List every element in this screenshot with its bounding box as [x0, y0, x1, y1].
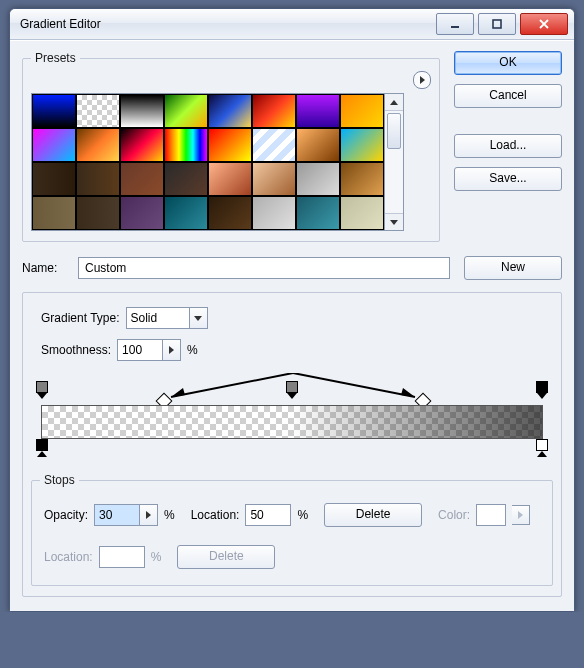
location2-input	[99, 546, 145, 568]
new-button[interactable]: New	[464, 256, 562, 280]
smoothness-stepper-button[interactable]	[163, 339, 181, 361]
preset-swatch[interactable]	[120, 128, 164, 162]
preset-swatch[interactable]	[252, 94, 296, 128]
scroll-thumb[interactable]	[387, 113, 401, 149]
color-stepper-button	[512, 505, 530, 525]
location2-unit: %	[151, 550, 162, 564]
presets-scrollbar[interactable]	[385, 93, 404, 231]
preset-swatch[interactable]	[340, 162, 384, 196]
gradient-type-dropdown-button[interactable]	[190, 307, 208, 329]
presets-flyout-button[interactable]	[413, 71, 431, 89]
svg-rect-0	[451, 26, 459, 28]
preset-swatch[interactable]	[32, 128, 76, 162]
scroll-down-button[interactable]	[385, 213, 403, 230]
preset-swatch[interactable]	[208, 94, 252, 128]
preset-swatch[interactable]	[340, 94, 384, 128]
preset-swatch[interactable]	[76, 94, 120, 128]
preset-swatch[interactable]	[76, 128, 120, 162]
opacity-stop-right[interactable]	[535, 381, 549, 403]
location2-label: Location:	[44, 550, 93, 564]
preset-swatch[interactable]	[208, 162, 252, 196]
preset-swatch[interactable]	[340, 128, 384, 162]
preset-swatch[interactable]	[164, 196, 208, 230]
color-stop-left[interactable]	[35, 439, 49, 461]
preset-swatch[interactable]	[252, 128, 296, 162]
name-input[interactable]	[78, 257, 450, 279]
maximize-button[interactable]	[478, 13, 516, 35]
save-button[interactable]: Save...	[454, 167, 562, 191]
preset-swatch[interactable]	[120, 94, 164, 128]
preset-swatch-grid	[31, 93, 385, 231]
close-button[interactable]	[520, 13, 568, 35]
delete-opacity-stop-button[interactable]: Delete	[324, 503, 422, 527]
gradient-bar[interactable]	[41, 405, 543, 439]
preset-swatch[interactable]	[76, 196, 120, 230]
color-well	[476, 504, 506, 526]
presets-fieldset: Presets	[22, 51, 440, 242]
preset-swatch[interactable]	[208, 196, 252, 230]
preset-swatch[interactable]	[296, 162, 340, 196]
opacity-input[interactable]	[94, 504, 140, 526]
scroll-up-button[interactable]	[385, 94, 403, 111]
preset-swatch[interactable]	[164, 94, 208, 128]
gradient-ramp-area	[33, 379, 551, 469]
window-title: Gradient Editor	[20, 17, 101, 31]
preset-swatch[interactable]	[252, 162, 296, 196]
delete-color-stop-button: Delete	[177, 545, 275, 569]
preset-swatch[interactable]	[32, 162, 76, 196]
color-label: Color:	[438, 508, 470, 522]
smoothness-input[interactable]	[117, 339, 163, 361]
smoothness-label: Smoothness:	[41, 343, 111, 357]
preset-swatch[interactable]	[208, 128, 252, 162]
preset-swatch[interactable]	[296, 196, 340, 230]
stops-legend: Stops	[40, 473, 79, 487]
preset-swatch[interactable]	[296, 94, 340, 128]
gradient-type-label: Gradient Type:	[41, 311, 120, 325]
preset-swatch[interactable]	[32, 94, 76, 128]
svg-rect-1	[493, 20, 501, 28]
cancel-button[interactable]: Cancel	[454, 84, 562, 108]
location1-unit: %	[297, 508, 308, 522]
smoothness-unit: %	[187, 343, 198, 357]
preset-swatch[interactable]	[340, 196, 384, 230]
gradient-type-select[interactable]	[126, 307, 190, 329]
opacity-label: Opacity:	[44, 508, 88, 522]
name-label: Name:	[22, 261, 78, 275]
preset-swatch[interactable]	[32, 196, 76, 230]
opacity-stop-middle[interactable]	[285, 381, 299, 403]
preset-swatch[interactable]	[164, 128, 208, 162]
minimize-button[interactable]	[436, 13, 474, 35]
preset-swatch[interactable]	[120, 196, 164, 230]
titlebar[interactable]: Gradient Editor	[10, 9, 574, 40]
color-stop-right[interactable]	[535, 439, 549, 461]
gradient-fieldset: Gradient Type: Smoothness: %	[22, 292, 562, 597]
preset-swatch[interactable]	[252, 196, 296, 230]
location1-label: Location:	[191, 508, 240, 522]
opacity-stop-left[interactable]	[35, 381, 49, 403]
stops-fieldset: Stops Opacity: % Location: %	[31, 473, 553, 586]
load-button[interactable]: Load...	[454, 134, 562, 158]
preset-swatch[interactable]	[164, 162, 208, 196]
preset-swatch[interactable]	[120, 162, 164, 196]
opacity-unit: %	[164, 508, 175, 522]
flyout-icon	[420, 76, 425, 84]
opacity-stepper-button[interactable]	[140, 504, 158, 526]
gradient-editor-window: Gradient Editor Presets	[9, 8, 575, 612]
preset-swatch[interactable]	[76, 162, 120, 196]
preset-swatch[interactable]	[296, 128, 340, 162]
ok-button[interactable]: OK	[454, 51, 562, 75]
presets-legend: Presets	[31, 51, 80, 65]
location1-input[interactable]	[245, 504, 291, 526]
